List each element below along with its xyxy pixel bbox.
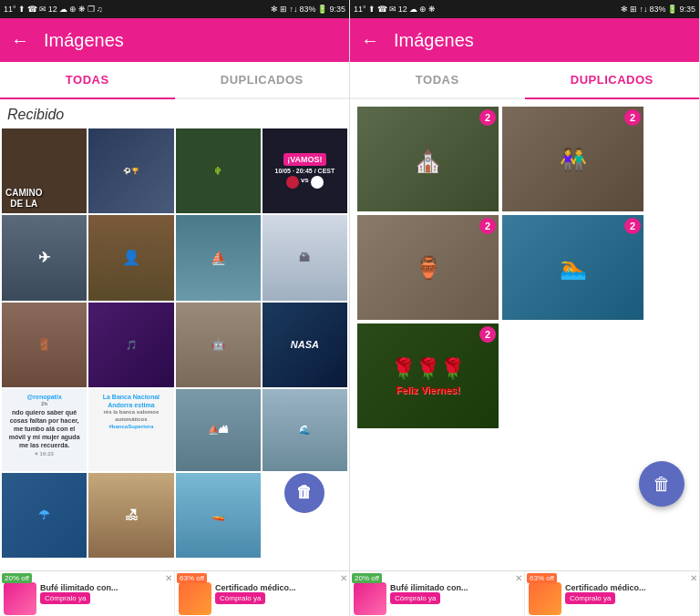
ad-item-right-2[interactable]: 63% off Certificado médico... Cómpralo y… [525,571,699,616]
ad-close-right-2[interactable]: ✕ [690,573,697,583]
grid-item[interactable]: 👤 [88,215,173,300]
duplicate-item-pool[interactable]: 🏊 2 [502,215,643,320]
ad-item-right-1[interactable]: 20% off Bufé ilimitado con... Cómpralo y… [350,571,525,616]
duplicate-item-church[interactable]: ⛪ 2 [357,107,499,211]
status-right-icons: ✻ ⊞ ↑↓ 83% 🔋 9:35 [271,5,345,14]
duplicate-badge-church: 2 [479,109,496,126]
ad-buy-btn-right-2[interactable]: Cómpralo ya [565,592,615,604]
grid-item[interactable]: ⛵🏙 [176,389,261,471]
grid-item[interactable]: ⛵ [176,215,261,300]
header-right: ← Imágenes [350,18,699,62]
ad-close-1[interactable]: ✕ [165,573,172,583]
ad-text-right-1: Bufé ilimitado con... Cómpralo ya [390,583,520,604]
ad-badge-2: 63% off [177,573,207,583]
ad-badge-right-2: 63% off [527,573,557,583]
ad-badge-right-1: 20% off [352,573,382,583]
ad-image-right-1 [354,582,386,615]
tab-todas-left[interactable]: TODAS [0,62,175,98]
ad-text-right-2: Certificado médico... Cómpralo ya [565,583,695,604]
grid-item[interactable]: ☂ [2,473,87,558]
grid-item[interactable]: 🏔 [262,215,347,300]
grid-item-delete[interactable]: 🗑 [262,473,347,558]
feliz-viernes-text: Feliz Viernes! [396,385,460,395]
grid-item[interactable]: 🏖 [88,473,173,558]
duplicate-badge-pool: 2 [624,218,641,234]
ad-image-1 [4,582,36,615]
ad-item-2[interactable]: 63% off Certificado médico... Cómpralo y… [175,571,349,616]
image-grid-left: CAMINODE LA ⚽🏆 🌵 ¡VAMOS! 10/05 · 20: [0,127,349,560]
status-bar-right: 11° ⬆ ☎ ✉ 12 ☁ ⊕ ❋ ✻ ⊞ ↑↓ 83% 🔋 9:35 [350,0,699,18]
right-panel: 11° ⬆ ☎ ✉ 12 ☁ ⊕ ❋ ✻ ⊞ ↑↓ 83% 🔋 9:35 ← I… [350,0,700,616]
header-title-left: Imágenes [44,30,124,51]
grid-item[interactable]: ⚽🏆 [88,128,173,213]
content-left: Recibido CAMINODE LA ⚽🏆 🌵 [0,99,349,570]
ad-banner-right: 20% off Bufé ilimitado con... Cómpralo y… [350,570,699,616]
duplicate-item-couple[interactable]: 👫 2 [502,107,643,211]
ad-badge-1: 20% off [2,573,32,583]
ad-image-2 [179,582,211,615]
grid-item[interactable]: 🎵 [88,303,173,387]
grid-item[interactable]: CAMINODE LA [2,128,87,213]
status-left-icons: 11° ⬆ ☎ ✉ 12 ☁ ⊕ ❋ ❐ ♫ [4,5,102,14]
status-bar-left: 11° ⬆ ☎ ✉ 12 ☁ ⊕ ❋ ❐ ♫ ✻ ⊞ ↑↓ 83% 🔋 9:35 [0,0,349,18]
duplicate-item-bowl[interactable]: 🏺 2 [357,215,499,320]
tab-todas-right[interactable]: TODAS [350,62,525,98]
fab-delete-button-right[interactable]: 🗑 [639,461,685,507]
grid-item[interactable]: @renopatix 2h ndo quiero saber qué cosas… [2,389,87,471]
duplicates-grid: ⛪ 2 👫 2 🏺 2 🏊 [350,99,699,436]
grid-item[interactable]: NASA [262,303,347,387]
tabs-right: TODAS DUPLICADOS [350,62,699,99]
section-recibido: Recibido [0,99,349,127]
duplicate-badge-bowl: 2 [479,218,496,234]
status-right-left-icons: 11° ⬆ ☎ ✉ 12 ☁ ⊕ ❋ [354,5,436,14]
header-title-right: Imágenes [394,30,474,51]
back-button-left[interactable]: ← [11,30,29,51]
ad-buy-btn-1[interactable]: Cómpralo ya [40,592,90,604]
ad-buy-btn-2[interactable]: Cómpralo ya [215,592,265,604]
ad-item-1[interactable]: 20% off Bufé ilimitado con... Cómpralo y… [0,571,175,616]
ad-banner-left: 20% off Bufé ilimitado con... Cómpralo y… [0,570,349,616]
grid-item[interactable]: ✈ [2,215,87,300]
grid-item[interactable]: 🚪 [2,303,87,387]
grid-item[interactable]: La Banca Nacional Andorra estima rés la … [88,389,173,471]
grid-item[interactable]: 🌵 [176,128,261,213]
back-button-right[interactable]: ← [361,30,379,51]
ad-close-right-1[interactable]: ✕ [515,573,522,583]
duplicate-badge-couple: 2 [624,109,641,126]
content-right: ⛪ 2 👫 2 🏺 2 🏊 [350,99,699,570]
grid-item[interactable]: 🌊 [262,389,347,471]
duplicate-badge-roses: 2 [479,326,496,343]
ad-text-2: Certificado médico... Cómpralo ya [215,583,345,604]
trash-icon: 🗑 [653,474,671,495]
grid-item[interactable]: 🤖 [176,303,261,387]
duplicate-item-roses[interactable]: 🌹🌹🌹 Feliz Viernes! 2 [357,323,499,428]
ad-buy-btn-right-1[interactable]: Cómpralo ya [390,592,440,604]
ad-image-right-2 [529,582,561,615]
left-panel: 11° ⬆ ☎ ✉ 12 ☁ ⊕ ❋ ❐ ♫ ✻ ⊞ ↑↓ 83% 🔋 9:35… [0,0,350,616]
status-right-right-icons: ✻ ⊞ ↑↓ 83% 🔋 9:35 [621,5,695,14]
tab-duplicados-left[interactable]: DUPLICADOS [175,62,350,98]
tabs-left: TODAS DUPLICADOS [0,62,349,99]
grid-item[interactable]: ¡VAMOS! 10/05 · 20:45 / CEST vs [262,128,347,213]
ad-text-1: Bufé ilimitado con... Cómpralo ya [40,583,170,604]
tab-duplicados-right[interactable]: DUPLICADOS [525,62,700,98]
grid-item[interactable]: 🚤 [176,473,261,558]
ad-close-2[interactable]: ✕ [340,573,347,583]
header-left: ← Imágenes [0,18,349,62]
